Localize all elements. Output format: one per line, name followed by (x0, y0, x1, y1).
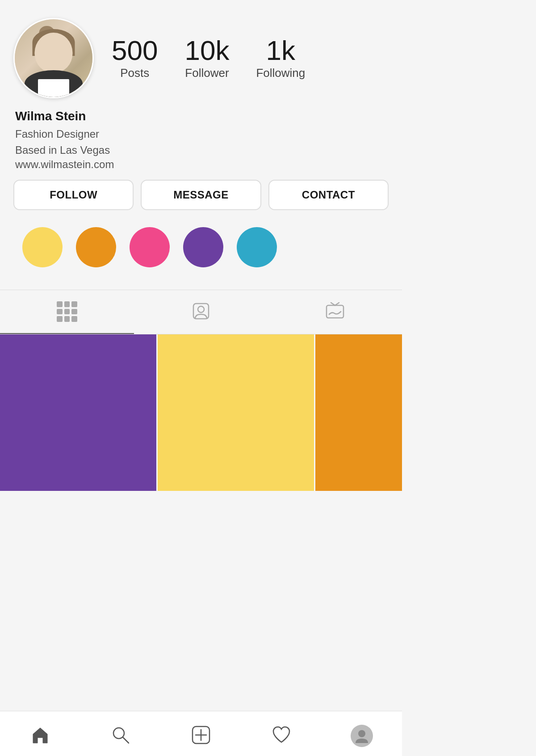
photo-grid (0, 334, 402, 711)
stats-row: 500 Posts 10k Follower 1k Following (112, 37, 389, 80)
grid-photo-3[interactable] (315, 334, 402, 491)
avatar (13, 18, 94, 98)
grid-photo-1[interactable] (0, 334, 156, 491)
add-icon (191, 725, 211, 747)
tv-icon (325, 301, 345, 323)
bottom-nav (0, 711, 402, 756)
color-dot-purple[interactable] (183, 227, 223, 267)
home-icon (30, 725, 50, 747)
tab-grid[interactable] (0, 290, 134, 334)
svg-line-4 (123, 737, 129, 743)
nav-search[interactable] (80, 720, 161, 752)
tabs-section (0, 290, 402, 334)
posts-count: 500 (112, 37, 158, 64)
nav-home[interactable] (0, 720, 80, 752)
posts-label: Posts (112, 66, 158, 80)
person-tag-icon (191, 301, 211, 323)
message-button[interactable]: MESSAGE (141, 180, 261, 210)
profile-info: Wilma Stein Fashion Designer Based in La… (13, 109, 389, 171)
profile-avatar-icon (351, 725, 373, 747)
color-dot-teal[interactable] (237, 227, 277, 267)
search-icon (111, 725, 130, 747)
color-dot-orange[interactable] (76, 227, 116, 267)
nav-profile[interactable] (322, 720, 402, 752)
action-buttons: FOLLOW MESSAGE CONTACT (13, 180, 389, 210)
nav-add[interactable] (161, 720, 241, 752)
contact-button[interactable]: CONTACT (268, 180, 389, 210)
tab-tagged[interactable] (134, 290, 268, 334)
follower-count: 10k (184, 37, 229, 64)
following-label: Following (256, 66, 305, 80)
color-dot-pink[interactable] (130, 227, 170, 267)
nav-likes[interactable] (241, 720, 322, 752)
profile-name: Wilma Stein (15, 109, 387, 123)
profile-header: 500 Posts 10k Follower 1k Following (13, 18, 389, 98)
svg-point-8 (358, 730, 365, 737)
profile-section: 500 Posts 10k Follower 1k Following Wilm… (0, 0, 402, 290)
tab-reels[interactable] (268, 290, 402, 334)
follower-stat: 10k Follower (184, 37, 229, 80)
svg-point-1 (198, 306, 204, 313)
profile-bio-line2: Based in Las Vegas (15, 142, 387, 158)
color-dot-yellow[interactable] (22, 227, 63, 267)
follower-label: Follower (184, 66, 229, 80)
posts-stat: 500 Posts (112, 37, 158, 80)
following-stat: 1k Following (256, 37, 305, 80)
profile-bio-line1: Fashion Designer (15, 126, 387, 142)
grid-photo-2[interactable] (158, 334, 314, 491)
follow-button[interactable]: FOLLOW (13, 180, 134, 210)
profile-website: www.wilmastein.com (15, 158, 387, 171)
following-count: 1k (256, 37, 305, 64)
grid-icon (57, 301, 77, 322)
heart-icon (272, 725, 291, 747)
color-dots (13, 223, 389, 272)
